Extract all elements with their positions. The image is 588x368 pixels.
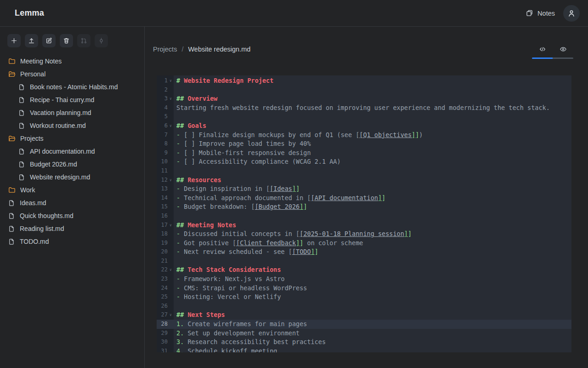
line-content: # Website Redesign Project — [174, 76, 571, 86]
new-note-button[interactable] — [7, 34, 21, 47]
editor-line-1[interactable]: 1∨# Website Redesign Project — [157, 76, 571, 86]
fold-chevron-icon[interactable]: ∨ — [168, 176, 174, 185]
editor-line-22[interactable]: 22∨## Tech Stack Considerations — [157, 265, 571, 275]
sidebar-item-personal[interactable]: Personal — [0, 68, 144, 80]
fold-spacer — [168, 239, 174, 248]
editor-line-26[interactable]: 26 — [157, 302, 571, 311]
line-number: 3 — [157, 94, 168, 104]
editor-line-23[interactable]: 23- Framework: Next.js vs Astro — [157, 275, 571, 284]
sidebar-item-todo-md[interactable]: TODO.md — [0, 235, 144, 248]
editor-line-9[interactable]: 9- [ ] Mobile-first responsive design — [157, 149, 571, 158]
line-number: 21 — [157, 257, 168, 266]
line-content: 2. Set up development environment — [174, 329, 571, 338]
fold-chevron-icon[interactable]: ∨ — [168, 94, 174, 104]
sidebar-item-reading-list-md[interactable]: Reading list.md — [0, 222, 144, 235]
sidebar-item-book-notes-atomic-habits-md[interactable]: Book notes - Atomic Habits.md — [0, 80, 144, 93]
editor-line-5[interactable]: 5 — [157, 112, 571, 121]
editor-line-30[interactable]: 303. Research accessibility best practic… — [157, 338, 571, 347]
editor-line-7[interactable]: 7- [ ] Finalize design mockups by end of… — [157, 131, 571, 140]
line-number: 19 — [157, 239, 168, 248]
line-number: 9 — [157, 149, 168, 158]
editor-line-31[interactable]: 314. Schedule kickoff meeting — [157, 347, 571, 352]
editor-line-24[interactable]: 24- CMS: Strapi or headless WordPress — [157, 284, 571, 293]
editor-line-29[interactable]: 292. Set up development environment — [157, 329, 571, 338]
avatar[interactable] — [563, 5, 580, 22]
editor-line-4[interactable]: 4Starting fresh website redesign focused… — [157, 104, 571, 113]
editor-line-17[interactable]: 17∨## Meeting Notes — [157, 221, 571, 230]
editor-line-11[interactable]: 11 — [157, 167, 571, 176]
sidebar-item-work[interactable]: Work — [0, 184, 144, 196]
fold-spacer — [168, 257, 174, 266]
editor-line-18[interactable]: 18- Discussed initial concepts in [[2025… — [157, 230, 571, 239]
line-content: - [ ] Mobile-first responsive design — [174, 149, 571, 158]
editor-line-13[interactable]: 13- Design inspiration in [[Ideas]] — [157, 184, 571, 194]
line-number: 12 — [157, 176, 168, 185]
pull-request-button — [77, 34, 90, 47]
sidebar-item-vacation-planning-md[interactable]: Vacation planning.md — [0, 106, 144, 119]
tree-item-label: API documentation.md — [30, 148, 95, 155]
fold-chevron-icon[interactable]: ∨ — [168, 221, 174, 230]
sidebar-item-quick-thoughts-md[interactable]: Quick thoughts.md — [0, 209, 144, 222]
delete-button[interactable] — [60, 34, 73, 47]
line-content: - Next review scheduled - see [[TODO]] — [174, 247, 571, 257]
folder-icon — [8, 58, 16, 65]
toolbar — [0, 34, 144, 55]
sidebar-item-projects[interactable]: Projects — [0, 132, 144, 145]
line-content — [174, 302, 571, 311]
fold-chevron-icon[interactable]: ∨ — [168, 310, 174, 320]
notes-button[interactable]: Notes — [526, 9, 555, 17]
editor-line-12[interactable]: 12∨## Resources — [157, 176, 571, 185]
editor-line-16[interactable]: 16 — [157, 212, 571, 221]
sidebar-item-budget-2026-md[interactable]: Budget 2026.md — [0, 158, 144, 171]
sidebar-item-api-documentation-md[interactable]: API documentation.md — [0, 145, 144, 158]
line-number: 20 — [157, 247, 168, 257]
sidebar-item-website-redesign-md[interactable]: Website redesign.md — [0, 171, 144, 184]
notes-label: Notes — [537, 10, 555, 17]
editor-line-19[interactable]: 19- Got positive [[Client feedback]] on … — [157, 239, 571, 248]
upload-button[interactable] — [25, 34, 38, 47]
fold-spacer — [168, 247, 174, 257]
editor-line-10[interactable]: 10- [ ] Accessibility compliance (WCAG 2… — [157, 157, 571, 167]
commit-button — [95, 34, 108, 47]
editor-line-21[interactable]: 21 — [157, 257, 571, 266]
file-icon — [8, 225, 15, 232]
preview-button[interactable] — [553, 40, 573, 58]
sidebar-item-ideas-md[interactable]: Ideas.md — [0, 196, 144, 209]
line-content: 1. Create wireframes for main pages — [174, 320, 571, 329]
breadcrumb: Projects / Website redesign.md — [153, 40, 250, 59]
editor-line-14[interactable]: 14- Technical approach documented in [[A… — [157, 194, 571, 203]
sidebar-item-meeting-notes[interactable]: Meeting Notes — [0, 55, 144, 68]
sidebar-item-workout-routine-md[interactable]: Workout routine.md — [0, 119, 144, 132]
line-number: 31 — [157, 347, 168, 352]
editor-line-2[interactable]: 2 — [157, 86, 571, 95]
line-number: 28 — [157, 320, 168, 329]
markdown-editor[interactable]: 1∨# Website Redesign Project23∨## Overvi… — [157, 75, 571, 352]
line-content — [174, 112, 571, 121]
editor-line-15[interactable]: 15- Budget breakdown: [[Budget 2026]] — [157, 202, 571, 212]
editor-line-8[interactable]: 8- [ ] Improve page load times by 40% — [157, 139, 571, 149]
line-content: - Design inspiration in [[Ideas]] — [174, 184, 571, 194]
editor-line-20[interactable]: 20- Next review scheduled - see [[TODO]] — [157, 247, 571, 257]
line-number: 17 — [157, 221, 168, 230]
sidebar-item-recipe-thai-curry-md[interactable]: Recipe - Thai curry.md — [0, 93, 144, 106]
editor-line-27[interactable]: 27∨## Next Steps — [157, 310, 571, 320]
editor-line-6[interactable]: 6∨## Goals — [157, 121, 571, 131]
fold-spacer — [168, 338, 174, 347]
fold-spacer — [168, 347, 174, 352]
upload-icon — [28, 37, 35, 44]
tree-item-label: Recipe - Thai curry.md — [30, 96, 94, 104]
editor-line-25[interactable]: 25- Hosting: Vercel or Netlify — [157, 293, 571, 302]
fold-spacer — [168, 284, 174, 293]
editor-line-28[interactable]: 281. Create wireframes for main pages — [157, 320, 571, 329]
fold-chevron-icon[interactable]: ∨ — [168, 76, 174, 86]
line-content: ## Resources — [174, 176, 571, 185]
edit-button[interactable] — [42, 34, 56, 47]
code-view-button[interactable] — [532, 40, 553, 58]
fold-chevron-icon[interactable]: ∨ — [168, 121, 174, 131]
tree-item-label: Ideas.md — [20, 199, 46, 207]
editor-line-3[interactable]: 3∨## Overview — [157, 94, 571, 104]
breadcrumb-folder[interactable]: Projects — [153, 46, 177, 53]
fold-chevron-icon[interactable]: ∨ — [168, 265, 174, 275]
line-number: 22 — [157, 265, 168, 275]
fold-spacer — [168, 157, 174, 167]
